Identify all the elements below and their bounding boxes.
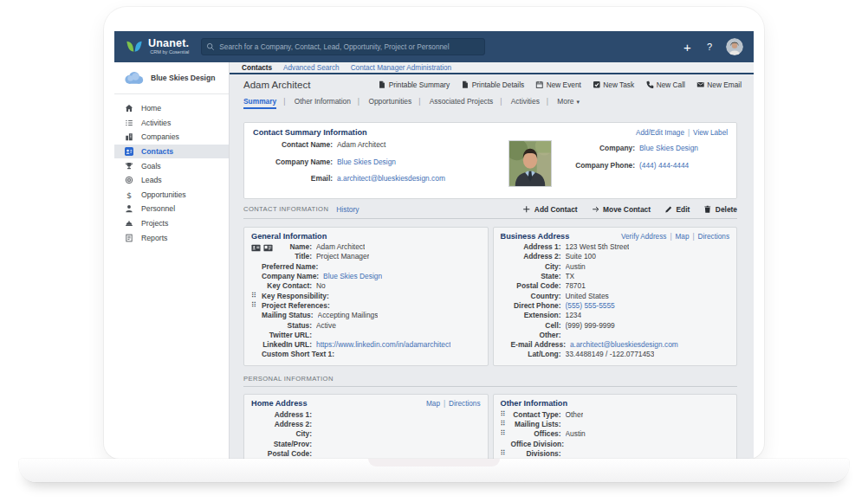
sidebar-item-label: Leads (141, 176, 162, 184)
top-navbar: Unanet. CRM by Cosential + ? (114, 31, 754, 62)
sidebar-item[interactable]: Goals (114, 158, 229, 173)
grid-icon[interactable]: ⠿ (501, 421, 511, 428)
history-link[interactable]: History (336, 205, 359, 214)
search-input[interactable] (201, 38, 485, 55)
sidebar-item[interactable]: Companies (114, 130, 229, 145)
document-icon (463, 80, 468, 87)
contact-action-button[interactable]: Edit (664, 205, 690, 214)
record-action-button[interactable]: New Email (696, 80, 742, 89)
subtab[interactable]: More▾ (540, 97, 580, 110)
sidebar-item-label: Projects (141, 219, 168, 228)
contact-action-button[interactable]: Delete (703, 205, 737, 214)
unanet-logo[interactable]: Unanet. CRM by Cosential (125, 38, 189, 55)
sidebar-item[interactable]: Opportunities (114, 188, 229, 203)
crm-app-window: Unanet. CRM by Cosential + ? (114, 31, 754, 459)
action-label: New Event (547, 80, 581, 89)
quick-add-button[interactable]: + (683, 40, 691, 55)
grid-icon[interactable]: ⠿ (501, 450, 511, 457)
field-value: Blue Skies Design (639, 144, 698, 153)
action-icon (461, 80, 470, 89)
vcard-icon[interactable] (251, 243, 261, 253)
record-action-button[interactable]: New Task (593, 80, 634, 89)
detail-row: ⠿ Company Name: Blue Skies Design (251, 271, 481, 280)
panel-link[interactable]: Verify Address (621, 233, 666, 241)
field-value: Suite 100 (566, 252, 596, 261)
field-label: Address 1: (262, 410, 312, 419)
field-label: Company Phone: (566, 161, 635, 171)
field-value: 78701 (566, 281, 586, 290)
action-icon (592, 205, 600, 214)
field-label: Status: (262, 321, 312, 330)
summary-row: Company Name: Blue Skies Design (253, 158, 508, 167)
detail-row: ⠿ Address 1: 123 West 5th Street (501, 242, 730, 252)
field-label: Key Responsibility: (262, 292, 329, 300)
grid-icon[interactable]: ⠿ (251, 293, 262, 299)
grid-icon[interactable]: ⠿ (501, 430, 511, 437)
sidebar-item[interactable]: Reports (114, 230, 229, 245)
chevron-down-icon: ▾ (576, 99, 580, 105)
global-search[interactable] (201, 38, 485, 55)
user-avatar[interactable] (726, 38, 743, 55)
sidebar-item-label: Goals (141, 162, 161, 171)
subtab[interactable]: Associated Projects▾ (411, 97, 493, 110)
action-icon (664, 205, 673, 214)
contact-action-button[interactable]: Add Contact (522, 205, 577, 214)
record-action-button[interactable]: New Call (645, 80, 685, 89)
subtab[interactable]: Opportunities▾ (351, 97, 411, 110)
panel-link[interactable]: Directions (689, 233, 729, 241)
contact-photo[interactable] (508, 140, 552, 187)
contact-card-icons[interactable] (251, 243, 273, 253)
sidebar-item[interactable]: Personnel (114, 202, 229, 216)
detail-row: ⠿ City: Austin (501, 261, 730, 271)
detail-row: ⠿ State/Prov: (251, 439, 481, 448)
opportunities-icon (126, 190, 132, 199)
subtab[interactable]: Summary▾ (243, 97, 276, 112)
record-action-button[interactable]: New Event (535, 80, 581, 89)
record-action-button[interactable]: Printable Details (461, 80, 524, 89)
summary-right-column: Company: Blue Skies Design Company Phone… (566, 140, 698, 191)
action-label: Printable Summary (389, 80, 450, 89)
record-action-button[interactable]: Printable Summary (378, 80, 450, 89)
sidebar-item[interactable]: Leads (114, 173, 229, 188)
primary-tab[interactable]: Contact Manager Administration (351, 64, 452, 72)
sidebar-item[interactable]: Activities (114, 116, 229, 131)
contact-information-toolbar: CONTACT INFORMATION History Add Contact (243, 205, 737, 219)
detail-row: ⠿ State: TX (501, 271, 730, 280)
summary-left-column: Contact Name: Adam Architect Company Nam… (253, 140, 508, 191)
field-label: Company Name: (253, 158, 333, 167)
grid-icon[interactable]: ⠿ (501, 411, 511, 418)
contacts-icon (125, 147, 133, 156)
content-scroll-area[interactable]: Contact Summary Information Add/Edit Ima… (230, 112, 754, 459)
panel-link[interactable]: Map (666, 233, 689, 241)
vcard-badge-icon (263, 244, 272, 251)
summary-links: Add/Edit ImageView Label (636, 129, 728, 137)
panel-title: General Information (251, 232, 327, 241)
panel-title: Home Address (251, 399, 308, 408)
field-value: 1234 (566, 311, 582, 319)
panel-link[interactable]: Map (426, 400, 440, 408)
subtab[interactable]: Activities▾ (493, 97, 540, 110)
sidebar-item[interactable]: Projects (114, 216, 229, 231)
detail-row: ⠿ Mailing Lists: (501, 419, 730, 428)
subtab[interactable]: Other Information▾ (276, 97, 351, 110)
other-information-panel: Other Information ⠿ Contact Type: Other (493, 394, 738, 459)
grid-icon[interactable]: ⠿ (251, 302, 262, 309)
summary-link[interactable]: View Label (684, 129, 728, 137)
contact-action-button[interactable]: Move Contact (592, 205, 651, 214)
sidebar-item[interactable]: Contacts (114, 145, 229, 159)
field-label: Extension: (511, 311, 561, 319)
sidebar-company[interactable]: Blue Skies Design (114, 62, 229, 94)
panel-link[interactable]: Directions (440, 400, 481, 408)
nav-icon (125, 204, 133, 213)
detail-row: ⠿ Lat/Long: 33.4488149 / -122.0771453 (501, 350, 730, 359)
help-button[interactable]: ? (707, 42, 712, 52)
summary-link[interactable]: Add/Edit Image (636, 129, 684, 137)
primary-tab[interactable]: Advanced Search (283, 64, 340, 72)
field-label: Company: (566, 144, 635, 153)
detail-row: ⠿ Other: (501, 330, 730, 339)
sidebar-item[interactable]: Home (114, 101, 229, 116)
field-label: Postal Code: (511, 281, 561, 290)
detail-row: ⠿ Cell: (999) 999-9999 (501, 320, 730, 330)
vcard-icon[interactable] (263, 243, 273, 253)
primary-tab[interactable]: Contacts (242, 64, 272, 72)
